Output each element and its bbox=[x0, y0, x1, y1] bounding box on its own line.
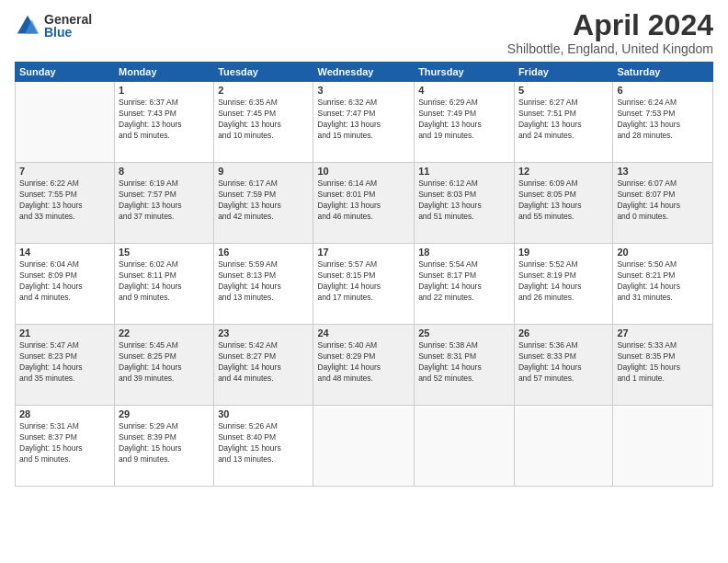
calendar-cell: 30Sunrise: 5:26 AMSunset: 8:40 PMDayligh… bbox=[214, 406, 313, 487]
day-info: Sunrise: 6:07 AMSunset: 8:07 PMDaylight:… bbox=[617, 178, 709, 223]
page: General Blue April 2024 Shilbottle, Engl… bbox=[0, 0, 728, 563]
logo: General Blue bbox=[15, 13, 92, 39]
day-info: Sunrise: 6:22 AMSunset: 7:55 PMDaylight:… bbox=[19, 178, 110, 223]
day-number: 12 bbox=[518, 166, 609, 177]
day-info: Sunrise: 6:24 AMSunset: 7:53 PMDaylight:… bbox=[617, 98, 709, 142]
calendar-week-row: 1Sunrise: 6:37 AMSunset: 7:43 PMDaylight… bbox=[16, 82, 713, 163]
header-tuesday: Tuesday bbox=[214, 63, 313, 82]
calendar-cell: 23Sunrise: 5:42 AMSunset: 8:27 PMDayligh… bbox=[214, 325, 313, 406]
day-info: Sunrise: 6:02 AMSunset: 8:11 PMDaylight:… bbox=[119, 259, 210, 304]
title-section: April 2024 Shilbottle, England, United K… bbox=[507, 9, 713, 56]
calendar-cell: 4Sunrise: 6:29 AMSunset: 7:49 PMDaylight… bbox=[415, 82, 515, 163]
day-info: Sunrise: 5:26 AMSunset: 8:40 PMDaylight:… bbox=[218, 421, 309, 465]
calendar-cell bbox=[514, 406, 612, 487]
calendar-week-row: 14Sunrise: 6:04 AMSunset: 8:09 PMDayligh… bbox=[16, 244, 713, 325]
day-info: Sunrise: 5:33 AMSunset: 8:35 PMDaylight:… bbox=[617, 340, 709, 385]
subtitle: Shilbottle, England, United Kingdom bbox=[507, 41, 713, 56]
day-info: Sunrise: 5:54 AMSunset: 8:17 PMDaylight:… bbox=[418, 259, 510, 304]
calendar-cell: 15Sunrise: 6:02 AMSunset: 8:11 PMDayligh… bbox=[115, 244, 214, 325]
calendar-week-row: 7Sunrise: 6:22 AMSunset: 7:55 PMDaylight… bbox=[16, 163, 713, 244]
calendar-cell: 29Sunrise: 5:29 AMSunset: 8:39 PMDayligh… bbox=[115, 406, 214, 487]
calendar-cell: 21Sunrise: 5:47 AMSunset: 8:23 PMDayligh… bbox=[16, 325, 115, 406]
calendar-cell bbox=[16, 82, 115, 163]
calendar-table: Sunday Monday Tuesday Wednesday Thursday… bbox=[15, 62, 713, 487]
calendar-cell: 7Sunrise: 6:22 AMSunset: 7:55 PMDaylight… bbox=[16, 163, 115, 244]
day-info: Sunrise: 6:37 AMSunset: 7:43 PMDaylight:… bbox=[119, 98, 210, 142]
calendar-cell: 1Sunrise: 6:37 AMSunset: 7:43 PMDaylight… bbox=[115, 82, 214, 163]
calendar-cell: 28Sunrise: 5:31 AMSunset: 8:37 PMDayligh… bbox=[16, 406, 115, 487]
header-sunday: Sunday bbox=[16, 63, 115, 82]
day-number: 25 bbox=[418, 327, 510, 339]
day-info: Sunrise: 5:52 AMSunset: 8:19 PMDaylight:… bbox=[518, 259, 609, 304]
day-number: 13 bbox=[617, 166, 709, 177]
day-info: Sunrise: 6:29 AMSunset: 7:49 PMDaylight:… bbox=[418, 98, 510, 142]
logo-icon bbox=[15, 13, 40, 39]
day-number: 29 bbox=[119, 408, 210, 419]
day-number: 11 bbox=[418, 166, 510, 177]
header-thursday: Thursday bbox=[415, 63, 515, 82]
calendar-cell bbox=[313, 406, 415, 487]
calendar-cell: 19Sunrise: 5:52 AMSunset: 8:19 PMDayligh… bbox=[514, 244, 612, 325]
day-info: Sunrise: 5:42 AMSunset: 8:27 PMDaylight:… bbox=[218, 340, 309, 385]
header: General Blue April 2024 Shilbottle, Engl… bbox=[15, 9, 713, 56]
day-number: 28 bbox=[19, 408, 110, 419]
logo-text: General Blue bbox=[44, 13, 92, 39]
day-info: Sunrise: 6:14 AMSunset: 8:01 PMDaylight:… bbox=[317, 178, 410, 223]
day-info: Sunrise: 5:29 AMSunset: 8:39 PMDaylight:… bbox=[119, 421, 210, 465]
day-number: 26 bbox=[518, 327, 609, 339]
day-number: 4 bbox=[418, 85, 510, 96]
calendar-cell: 3Sunrise: 6:32 AMSunset: 7:47 PMDaylight… bbox=[313, 82, 415, 163]
day-number: 22 bbox=[119, 327, 210, 339]
day-number: 16 bbox=[218, 247, 309, 258]
calendar-cell: 20Sunrise: 5:50 AMSunset: 8:21 PMDayligh… bbox=[613, 244, 713, 325]
calendar-cell bbox=[613, 406, 713, 487]
day-info: Sunrise: 5:57 AMSunset: 8:15 PMDaylight:… bbox=[317, 259, 410, 304]
day-number: 19 bbox=[518, 247, 609, 258]
calendar-cell bbox=[415, 406, 515, 487]
header-friday: Friday bbox=[514, 63, 612, 82]
day-info: Sunrise: 6:04 AMSunset: 8:09 PMDaylight:… bbox=[19, 259, 110, 304]
calendar-week-row: 28Sunrise: 5:31 AMSunset: 8:37 PMDayligh… bbox=[16, 406, 713, 487]
day-info: Sunrise: 6:32 AMSunset: 7:47 PMDaylight:… bbox=[317, 98, 410, 142]
day-info: Sunrise: 6:09 AMSunset: 8:05 PMDaylight:… bbox=[518, 178, 609, 223]
calendar-cell: 25Sunrise: 5:38 AMSunset: 8:31 PMDayligh… bbox=[415, 325, 515, 406]
day-number: 7 bbox=[19, 166, 110, 177]
calendar-cell: 10Sunrise: 6:14 AMSunset: 8:01 PMDayligh… bbox=[313, 163, 415, 244]
calendar-cell: 27Sunrise: 5:33 AMSunset: 8:35 PMDayligh… bbox=[613, 325, 713, 406]
day-number: 5 bbox=[518, 85, 609, 96]
day-number: 1 bbox=[119, 85, 210, 96]
day-info: Sunrise: 5:59 AMSunset: 8:13 PMDaylight:… bbox=[218, 259, 309, 304]
calendar-cell: 17Sunrise: 5:57 AMSunset: 8:15 PMDayligh… bbox=[313, 244, 415, 325]
day-number: 14 bbox=[19, 247, 110, 258]
day-info: Sunrise: 6:19 AMSunset: 7:57 PMDaylight:… bbox=[119, 178, 210, 223]
day-number: 6 bbox=[617, 85, 709, 96]
day-info: Sunrise: 6:12 AMSunset: 8:03 PMDaylight:… bbox=[418, 178, 510, 223]
calendar-cell: 5Sunrise: 6:27 AMSunset: 7:51 PMDaylight… bbox=[514, 82, 612, 163]
calendar-cell: 26Sunrise: 5:36 AMSunset: 8:33 PMDayligh… bbox=[514, 325, 612, 406]
day-info: Sunrise: 6:35 AMSunset: 7:45 PMDaylight:… bbox=[218, 98, 309, 142]
day-info: Sunrise: 5:36 AMSunset: 8:33 PMDaylight:… bbox=[518, 340, 609, 385]
day-info: Sunrise: 5:31 AMSunset: 8:37 PMDaylight:… bbox=[19, 421, 110, 465]
day-info: Sunrise: 5:50 AMSunset: 8:21 PMDaylight:… bbox=[617, 259, 709, 304]
header-monday: Monday bbox=[115, 63, 214, 82]
day-number: 9 bbox=[218, 166, 309, 177]
day-number: 8 bbox=[119, 166, 210, 177]
day-number: 17 bbox=[317, 247, 410, 258]
calendar-cell: 11Sunrise: 6:12 AMSunset: 8:03 PMDayligh… bbox=[415, 163, 515, 244]
calendar-week-row: 21Sunrise: 5:47 AMSunset: 8:23 PMDayligh… bbox=[16, 325, 713, 406]
day-info: Sunrise: 5:40 AMSunset: 8:29 PMDaylight:… bbox=[317, 340, 410, 385]
logo-blue-text: Blue bbox=[44, 26, 92, 39]
day-number: 3 bbox=[317, 85, 410, 96]
calendar-cell: 24Sunrise: 5:40 AMSunset: 8:29 PMDayligh… bbox=[313, 325, 415, 406]
calendar-cell: 18Sunrise: 5:54 AMSunset: 8:17 PMDayligh… bbox=[415, 244, 515, 325]
calendar-header: Sunday Monday Tuesday Wednesday Thursday… bbox=[16, 63, 713, 82]
day-number: 21 bbox=[19, 327, 110, 339]
header-saturday: Saturday bbox=[613, 63, 713, 82]
calendar-cell: 13Sunrise: 6:07 AMSunset: 8:07 PMDayligh… bbox=[613, 163, 713, 244]
day-number: 30 bbox=[218, 408, 309, 419]
calendar-cell: 2Sunrise: 6:35 AMSunset: 7:45 PMDaylight… bbox=[214, 82, 313, 163]
day-number: 10 bbox=[317, 166, 410, 177]
calendar-cell: 8Sunrise: 6:19 AMSunset: 7:57 PMDaylight… bbox=[115, 163, 214, 244]
day-info: Sunrise: 6:27 AMSunset: 7:51 PMDaylight:… bbox=[518, 98, 609, 142]
main-title: April 2024 bbox=[507, 9, 713, 41]
